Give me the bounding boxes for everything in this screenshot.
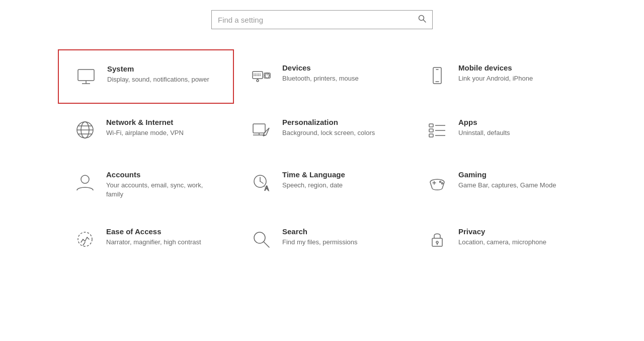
svg-rect-38 bbox=[429, 129, 433, 132]
gaming-title: Gaming bbox=[458, 170, 556, 179]
setting-item-apps[interactable]: Apps Uninstall, defaults bbox=[410, 104, 586, 156]
svg-point-52 bbox=[78, 232, 92, 246]
gaming-icon bbox=[425, 170, 449, 194]
search-setting-desc: Find my files, permissions bbox=[282, 238, 358, 247]
svg-rect-36 bbox=[429, 124, 433, 127]
svg-line-45 bbox=[260, 181, 263, 183]
apps-text: Apps Uninstall, defaults bbox=[458, 118, 510, 138]
svg-text:A: A bbox=[265, 185, 269, 192]
personalization-title: Personalization bbox=[282, 118, 375, 126]
setting-item-mobile[interactable]: Mobile devices Link your Android, iPhone bbox=[410, 49, 586, 104]
settings-grid: System Display, sound, notifications, po… bbox=[58, 49, 586, 265]
system-title: System bbox=[107, 64, 209, 73]
svg-point-51 bbox=[442, 183, 443, 184]
search-icon bbox=[418, 15, 426, 25]
search-setting-icon bbox=[249, 227, 273, 251]
setting-item-personalization[interactable]: Personalization Background, lock screen,… bbox=[234, 104, 410, 156]
privacy-text: Privacy Location, camera, microphone bbox=[458, 227, 546, 247]
system-icon bbox=[74, 64, 98, 89]
network-desc: Wi-Fi, airplane mode, VPN bbox=[106, 128, 184, 138]
network-title: Network & Internet bbox=[106, 118, 184, 126]
svg-rect-2 bbox=[78, 70, 94, 81]
network-icon bbox=[73, 118, 97, 142]
mobile-desc: Link your Android, iPhone bbox=[458, 74, 533, 83]
network-text: Network & Internet Wi-Fi, airplane mode,… bbox=[106, 118, 184, 138]
time-text: Time & Language Speech, region, date bbox=[282, 170, 345, 190]
svg-point-42 bbox=[81, 175, 89, 183]
personalization-icon bbox=[249, 118, 273, 142]
accounts-desc: Your accounts, email, sync, work, family bbox=[106, 181, 219, 199]
devices-icon bbox=[249, 63, 273, 88]
ease-desc: Narrator, magnifier, high contrast bbox=[106, 238, 201, 247]
search-bar bbox=[211, 10, 433, 29]
accounts-text: Accounts Your accounts, email, sync, wor… bbox=[106, 170, 219, 199]
search-input[interactable] bbox=[218, 16, 418, 24]
mobile-title: Mobile devices bbox=[458, 63, 533, 72]
ease-text: Ease of Access Narrator, magnifier, high… bbox=[106, 227, 201, 247]
privacy-desc: Location, camera, microphone bbox=[458, 238, 546, 247]
setting-item-ease[interactable]: Ease of Access Narrator, magnifier, high… bbox=[58, 213, 234, 265]
setting-item-accounts[interactable]: Accounts Your accounts, email, sync, wor… bbox=[58, 156, 234, 213]
page-container: System Display, sound, notifications, po… bbox=[0, 0, 644, 341]
accounts-icon bbox=[73, 170, 97, 194]
svg-rect-40 bbox=[429, 134, 433, 137]
setting-item-search[interactable]: Search Find my files, permissions bbox=[234, 213, 410, 265]
ease-icon bbox=[73, 227, 97, 251]
search-bar-wrapper bbox=[211, 10, 433, 29]
svg-rect-21 bbox=[433, 67, 441, 84]
setting-item-time[interactable]: A Time & Language Speech, region, date bbox=[234, 156, 410, 213]
privacy-icon bbox=[425, 227, 449, 251]
svg-point-50 bbox=[440, 181, 441, 183]
search-setting-text: Search Find my files, permissions bbox=[282, 227, 358, 247]
gaming-desc: Game Bar, captures, Game Mode bbox=[458, 181, 556, 190]
apps-title: Apps bbox=[458, 118, 510, 126]
svg-line-1 bbox=[424, 20, 426, 23]
system-text: System Display, sound, notifications, po… bbox=[107, 64, 209, 84]
accounts-title: Accounts bbox=[106, 170, 219, 179]
svg-point-7 bbox=[257, 80, 259, 82]
personalization-text: Personalization Background, lock screen,… bbox=[282, 118, 375, 138]
mobile-text: Mobile devices Link your Android, iPhone bbox=[458, 63, 533, 83]
privacy-title: Privacy bbox=[458, 227, 546, 236]
setting-item-privacy[interactable]: Privacy Location, camera, microphone bbox=[410, 213, 586, 265]
setting-item-system[interactable]: System Display, sound, notifications, po… bbox=[58, 49, 234, 104]
devices-desc: Bluetooth, printers, mouse bbox=[282, 74, 359, 83]
time-icon: A bbox=[249, 170, 273, 194]
setting-item-gaming[interactable]: Gaming Game Bar, captures, Game Mode bbox=[410, 156, 586, 213]
setting-item-network[interactable]: Network & Internet Wi-Fi, airplane mode,… bbox=[58, 104, 234, 156]
apps-icon bbox=[425, 118, 449, 142]
gaming-text: Gaming Game Bar, captures, Game Mode bbox=[458, 170, 556, 190]
time-title: Time & Language bbox=[282, 170, 345, 179]
time-desc: Speech, region, date bbox=[282, 181, 345, 190]
devices-title: Devices bbox=[282, 63, 359, 72]
search-setting-title: Search bbox=[282, 227, 358, 236]
ease-title: Ease of Access bbox=[106, 227, 201, 236]
apps-desc: Uninstall, defaults bbox=[458, 128, 510, 138]
devices-text: Devices Bluetooth, printers, mouse bbox=[282, 63, 359, 83]
mobile-icon bbox=[425, 63, 449, 88]
svg-rect-29 bbox=[253, 124, 265, 133]
system-desc: Display, sound, notifications, power bbox=[107, 75, 209, 84]
setting-item-devices[interactable]: Devices Bluetooth, printers, mouse bbox=[234, 49, 410, 104]
svg-line-54 bbox=[264, 242, 269, 247]
personalization-desc: Background, lock screen, colors bbox=[282, 128, 375, 138]
